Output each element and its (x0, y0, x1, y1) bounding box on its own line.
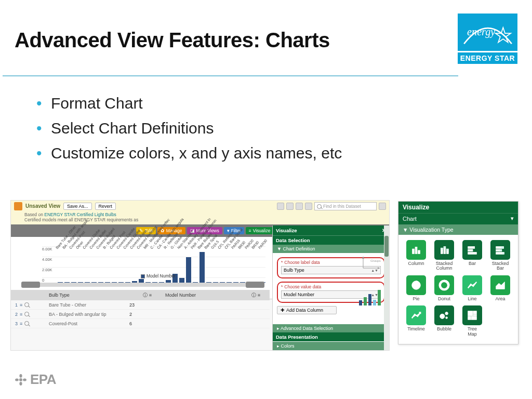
svg-marker-24 (496, 282, 505, 289)
svg-rect-31 (468, 316, 471, 320)
svg-rect-19 (499, 249, 502, 251)
svg-rect-9 (444, 248, 446, 254)
svg-rect-5 (415, 247, 417, 254)
viz-type-label: Area (495, 297, 505, 301)
page-title: Advanced View Features: Charts (15, 29, 330, 52)
svg-rect-30 (473, 314, 476, 316)
chart-dropdown[interactable]: Chart▾ (398, 213, 518, 224)
expand-icon[interactable] (305, 203, 312, 210)
stacked-bar-icon (490, 240, 510, 260)
table-row[interactable]: 2≡BA - Bulged with angular tip2 (11, 310, 270, 319)
svg-rect-12 (447, 249, 449, 251)
data-table-header: Bulb Type ⓘ ≡ Model Number ⓘ ≡ (11, 290, 270, 300)
svg-rect-32 (471, 316, 476, 320)
data-table-body: 1≡Bare Tube - Other232≡BA - Bulged with … (11, 300, 270, 328)
svg-point-27 (446, 317, 448, 319)
epa-text: EPA (30, 371, 56, 388)
viz-type-label: Pie (413, 297, 419, 301)
card-icon[interactable] (296, 203, 303, 210)
bullet-item: Select Chart Definitions (36, 119, 496, 137)
viz-type-stacked-column[interactable]: StackedColumn (432, 240, 457, 271)
screenshot-visualization-type: Visualize Chart▾ ▼ Visualization Type Co… (398, 201, 518, 344)
stacked-column-icon (434, 240, 454, 260)
data-presentation-section[interactable]: Data Presentation (273, 332, 389, 341)
list-icon[interactable] (286, 203, 294, 210)
viz-type-label: Bar (469, 261, 476, 266)
add-data-column-button[interactable]: ✚ Add Data Column (277, 306, 337, 314)
dataset-icon (14, 202, 22, 210)
chevron-down-icon: ▾ (511, 215, 514, 222)
svg-rect-20 (496, 252, 502, 255)
svg-rect-21 (502, 252, 504, 255)
logo-script-text: energy (467, 26, 495, 38)
viz-type-bar[interactable]: Bar (460, 240, 485, 271)
viz-type-bubble[interactable]: Bubble (432, 305, 457, 337)
viz-type-timeline[interactable]: Timeline (404, 305, 429, 337)
svg-rect-11 (447, 251, 449, 254)
x-axis-labels: Bare Tube - OtherBA - Bulged with angulC… (55, 246, 259, 268)
svg-rect-15 (468, 252, 477, 255)
table-row[interactable]: 1≡Bare Tube - Other23 (11, 300, 270, 310)
epa-flower-icon (15, 374, 27, 386)
view-subtitle: Based on ENERGY STAR Certified Light Bul… (11, 212, 389, 224)
fullscreen-icon[interactable] (379, 203, 386, 210)
viz-type-column[interactable]: Column (404, 240, 429, 271)
viz-type-label: Timeline (407, 327, 425, 331)
col-header-model[interactable]: Model Number (161, 292, 234, 298)
search-icon (317, 204, 322, 209)
viz-type-area[interactable]: Area (488, 275, 513, 301)
bar-icon (462, 240, 482, 260)
svg-point-33 (19, 378, 22, 381)
panel-subsection[interactable]: ▼ Chart Definition (273, 245, 389, 253)
view-toolbar: Unsaved View Save As... Revert Find in t… (11, 201, 389, 212)
revert-button[interactable]: Revert (95, 203, 116, 210)
colors-section[interactable]: ▸ Colors (273, 342, 389, 350)
viz-type-stacked-bar[interactable]: StackedBar (488, 240, 513, 271)
bubble-icon (434, 305, 454, 325)
viz-type-label: Donut (438, 297, 450, 301)
panel-section: Data Selection (273, 235, 389, 245)
panel-title: Visualize (276, 228, 297, 233)
line-icon (462, 275, 482, 295)
viz-type-pie[interactable]: Pie (404, 275, 429, 301)
viz-section[interactable]: ▼ Visualization Type (398, 224, 518, 235)
svg-rect-10 (444, 247, 446, 249)
svg-point-35 (19, 382, 22, 385)
svg-point-26 (445, 312, 448, 315)
donut-icon (434, 275, 454, 295)
dataset-link[interactable]: ENERGY STAR Certified Light Bulbs (44, 212, 116, 217)
viz-title: Visualize (398, 202, 518, 213)
timeline-icon (406, 305, 426, 325)
axis-glyph: Groups (361, 255, 382, 270)
save-as-button[interactable]: Save As... (63, 203, 92, 210)
search-input[interactable]: Find in this Dataset (314, 202, 377, 210)
viz-type-label: StackedColumn (436, 261, 453, 271)
viz-type-tree-map[interactable]: TreeMap (460, 305, 485, 337)
advanced-data-selection[interactable]: ▸ Advanced Data Selection (273, 324, 389, 332)
chart-bar (179, 278, 184, 283)
pie-icon (406, 275, 426, 295)
grid-icon[interactable] (277, 203, 284, 210)
viz-type-donut[interactable]: Donut (432, 275, 457, 301)
energy-star-logo: energy ENERGY STAR (458, 14, 517, 64)
chart-scrubber[interactable] (21, 283, 264, 287)
svg-rect-17 (501, 247, 504, 249)
bullet-list: Format Chart Select Chart Definitions Cu… (36, 95, 496, 169)
col-header-bulb[interactable]: Bulb Type (45, 292, 125, 298)
viz-type-label: StackedBar (492, 261, 509, 271)
svg-point-25 (440, 314, 445, 319)
svg-rect-28 (468, 311, 473, 316)
viz-type-label: TreeMap (468, 327, 477, 337)
svg-rect-7 (441, 250, 443, 254)
view-mode-tools: Find in this Dataset (277, 201, 386, 212)
table-row[interactable]: 3≡Covered-Post6 (11, 319, 270, 328)
area-icon (490, 275, 510, 295)
column-icon (406, 240, 426, 260)
viz-type-label: Line (468, 297, 476, 301)
panel-scrollbar[interactable] (384, 225, 389, 350)
mini-bars-glyph (359, 288, 382, 305)
bullet-item: Format Chart (36, 95, 496, 112)
visualize-button[interactable]: ≡ Visualize (246, 227, 274, 234)
svg-point-36 (15, 378, 19, 381)
viz-type-line[interactable]: Line (460, 275, 485, 301)
